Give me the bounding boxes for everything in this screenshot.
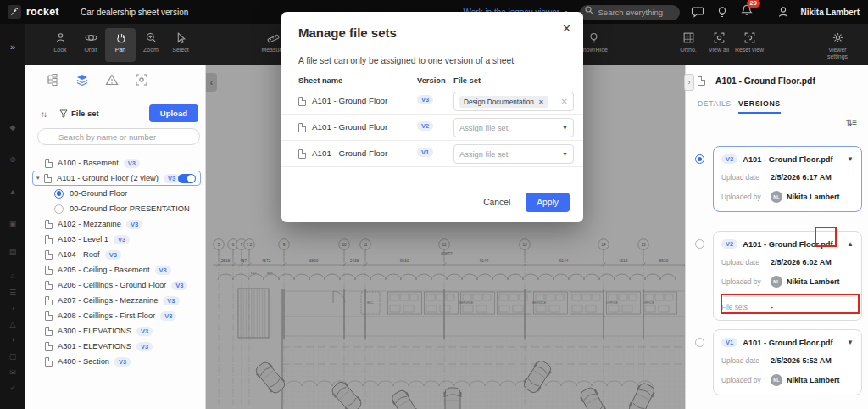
version-card[interactable]: V3A101 - Ground Floor.pdf▼Upload date2/5… — [713, 146, 862, 212]
sheet-row[interactable]: A208 - Ceillings - First FloorV3 — [32, 308, 201, 323]
sort-icon[interactable]: ↑↓ — [41, 109, 46, 119]
version-radio[interactable] — [695, 239, 704, 249]
file-set-combobox[interactable]: Assign file set▼ — [453, 118, 574, 137]
logo-text[interactable]: rocket — [26, 6, 59, 18]
tool-label: Reset view — [735, 47, 764, 53]
version-sort-icon[interactable]: ⇅≡ — [846, 118, 856, 127]
sheet-icon — [298, 123, 306, 132]
tab-issues-icon[interactable] — [105, 73, 119, 87]
tool-label: View all — [709, 47, 729, 53]
global-search-input[interactable] — [580, 5, 680, 20]
zoom-icon — [145, 30, 158, 45]
document-icon[interactable]: ▤ — [0, 249, 25, 256]
sheet-icon — [45, 159, 53, 168]
sheet-name: A300 - ELEVATIONS — [58, 327, 131, 335]
tab-scan-icon[interactable] — [135, 73, 148, 87]
sheet-row[interactable]: A300 - ELEVATIONSV3 — [32, 323, 201, 339]
lightbulb-icon[interactable] — [715, 5, 729, 19]
sheet-visibility-toggle[interactable] — [178, 174, 196, 183]
sheet-search-input[interactable] — [37, 128, 200, 145]
tool-ortho[interactable]: Ortho. — [673, 28, 704, 62]
sheet-row[interactable]: A301 - ELEVATIONSV3 — [32, 339, 201, 354]
remove-chip-icon[interactable]: ✕ — [538, 98, 544, 106]
warning-icon[interactable]: △ — [0, 321, 25, 328]
version-card-header: V3A101 - Ground Floor.pdf▼ — [714, 147, 861, 164]
version-radio[interactable] — [695, 154, 704, 164]
chevron-up-icon[interactable]: ▲ — [847, 240, 854, 248]
modal-close-icon[interactable]: ✕ — [562, 22, 571, 35]
upload-date-label: Upload date — [721, 356, 771, 365]
apply-button[interactable]: Apply — [526, 193, 570, 212]
tab-layers-icon[interactable] — [75, 73, 89, 87]
svg-text:457: 457 — [240, 259, 247, 263]
sheet-row[interactable]: A100 - BasementV3 — [32, 155, 201, 171]
globe-icon[interactable]: ⊕ — [0, 156, 25, 164]
inbox-icon[interactable]: ✉ — [0, 369, 25, 377]
notifications-button[interactable]: 29 — [740, 3, 754, 20]
home-icon[interactable]: ⌂ — [0, 272, 25, 280]
tool-zoom[interactable]: Zoom — [136, 28, 166, 62]
sheet-name: A101 - Ground Floor (2 view) — [57, 174, 159, 182]
file-set-filter[interactable]: File set — [59, 109, 99, 118]
view-radio[interactable] — [54, 204, 64, 214]
dashboard-icon[interactable]: ◔ — [0, 305, 25, 313]
version-card[interactable]: V2A101 - Ground Floor.pdf▲Upload date2/5… — [713, 231, 862, 321]
tool-label: Zoom — [143, 47, 159, 53]
collapse-right-panel-handle[interactable]: › — [684, 74, 694, 91]
svg-text:15: 15 — [641, 243, 646, 247]
sheet-row[interactable]: A205 - Ceiling - BasementV3 — [32, 262, 201, 277]
sheet-name: A102 - Mezzanine — [58, 220, 121, 228]
sheet-row[interactable]: A103 - Level 1V3 — [32, 232, 201, 247]
tab-sheet-tree-icon[interactable] — [46, 73, 59, 87]
tool-select[interactable]: Select — [165, 28, 196, 62]
svg-text:2438: 2438 — [350, 259, 359, 263]
menu-icon[interactable]: ☰ — [0, 289, 25, 297]
collapse-left-panel-handle[interactable]: ‹ — [206, 73, 217, 92]
tools-icon[interactable]: ◆ — [0, 124, 25, 132]
tool-viewersettings[interactable]: Viewer settings — [822, 28, 853, 62]
reports-icon[interactable]: ◑ — [0, 336, 25, 344]
sheet-row[interactable]: A104 - RoofV3 — [32, 247, 201, 262]
tool-label: Look — [53, 47, 66, 53]
cancel-button[interactable]: Cancel — [483, 198, 510, 207]
version-badge: V3 — [721, 154, 737, 164]
version-badge: V3 — [105, 250, 121, 260]
sheet-row[interactable]: ▾A101 - Ground Floor (2 view)V3 — [32, 171, 201, 186]
file-set-combobox[interactable]: Design Documentation ✕✕ — [453, 92, 574, 111]
file-set-chip[interactable]: Design Documentation ✕ — [459, 96, 548, 108]
version-card[interactable]: V1A101 - Ground Floor.pdf▼Upload date2/5… — [713, 329, 862, 395]
upload-button[interactable]: Upload — [149, 104, 198, 122]
sheet-icon — [45, 220, 53, 229]
tool-pan[interactable]: Pan — [105, 28, 136, 62]
user-icon[interactable] — [776, 5, 790, 19]
resetview-icon — [743, 30, 756, 45]
chat-icon[interactable] — [691, 5, 704, 19]
sheet-icon — [298, 97, 306, 106]
sheet-view-row[interactable]: 00-Ground Floor PRESENTATION — [32, 201, 201, 216]
chevron-down-icon[interactable]: ▼ — [847, 155, 854, 163]
tab-versions[interactable]: VERSIONS — [738, 99, 781, 114]
tool-viewall[interactable]: View all — [704, 28, 734, 62]
sheet-row[interactable]: A206 - Ceillings - Ground FloorV3 — [32, 277, 201, 293]
clear-combobox-icon[interactable]: ✕ — [561, 97, 568, 106]
sheet-view-row[interactable]: 00-Ground Floor — [32, 186, 201, 201]
file-set-combobox[interactable]: Assign file set▼ — [453, 144, 574, 164]
tool-orbit[interactable]: Orbit — [75, 28, 106, 62]
photos-icon[interactable]: ▲ — [0, 188, 25, 196]
expand-rail-icon[interactable]: » — [0, 42, 25, 52]
tool-resetview[interactable]: Reset view — [734, 28, 765, 62]
tab-details[interactable]: DETAILS — [698, 99, 732, 112]
tool-look[interactable]: Look — [45, 28, 75, 62]
sheet-row[interactable]: A400 - SectionV3 — [32, 354, 201, 369]
filter-funnel-icon — [59, 109, 68, 118]
approvals-icon[interactable]: ✓ — [0, 384, 25, 392]
version-radio[interactable] — [695, 338, 704, 347]
chevron-down-icon[interactable]: ▼ — [847, 339, 854, 346]
files-icon[interactable]: ▣ — [0, 221, 25, 228]
sheet-row[interactable]: A102 - MezzanineV3 — [32, 216, 201, 232]
user-name[interactable]: Nikita Lambert — [801, 8, 860, 17]
sheet-icon-rail[interactable]: ▢ — [0, 353, 25, 361]
view-radio[interactable] — [54, 189, 64, 199]
sheet-row[interactable]: A207 - Ceillings - MezzanineV3 — [32, 293, 201, 308]
orbit-icon — [85, 30, 97, 45]
